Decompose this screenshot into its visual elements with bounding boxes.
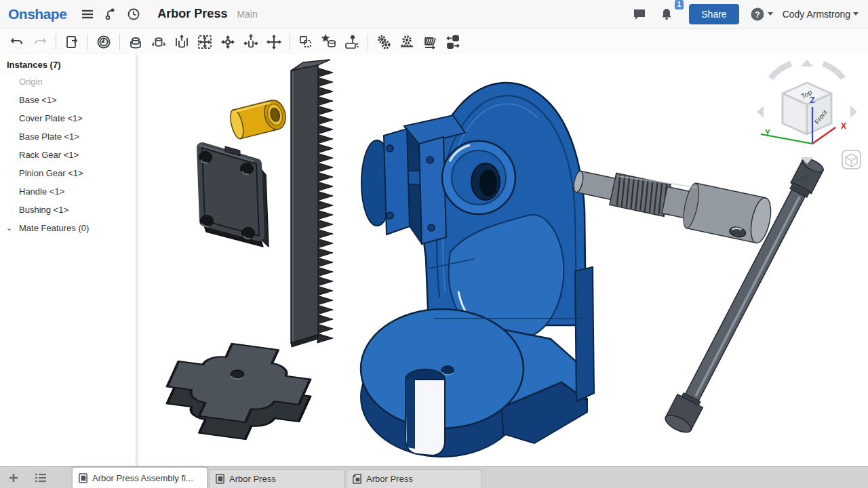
mate-icon[interactable]	[124, 32, 147, 52]
part-studio-tab-icon	[215, 474, 225, 484]
notification-badge: 1	[675, 0, 684, 9]
isometric-view-button[interactable]	[842, 150, 861, 169]
add-tab-button[interactable]	[0, 467, 27, 488]
undo-icon[interactable]	[5, 32, 28, 52]
insert-icon[interactable]	[60, 32, 83, 52]
instance-item-base-plate[interactable]: Base Plate <1>	[0, 127, 136, 146]
instance-item-handle[interactable]: Handle <1>	[0, 182, 136, 201]
assembly-tab-icon	[78, 473, 88, 483]
axis-z-label: Z	[810, 96, 814, 105]
top-header: Onshape Arbor Press Main 1 Share ? Cody …	[0, 0, 868, 28]
redo-icon[interactable]	[28, 32, 52, 52]
axis-x-label: X	[841, 121, 846, 131]
part-bushing[interactable]	[228, 98, 288, 140]
svg-text:?: ?	[755, 9, 760, 19]
linear-pattern-icon[interactable]	[294, 32, 317, 52]
drawing-tab-icon	[352, 474, 362, 484]
planar-mate-icon[interactable]	[193, 32, 216, 52]
exploded-views-icon[interactable]	[340, 32, 363, 52]
ball-mate-icon[interactable]	[216, 32, 239, 52]
tab-list-button[interactable]	[27, 467, 54, 488]
workspace-name: Main	[237, 9, 257, 20]
rack-pinion-relation-icon[interactable]	[395, 32, 418, 52]
instance-item-cover-plate[interactable]: Cover Plate <1>	[0, 109, 136, 127]
user-account-menu[interactable]: Cody Armstrong	[783, 9, 859, 20]
part-pinion-gear[interactable]	[570, 158, 774, 245]
instance-item-origin[interactable]: Origin	[0, 73, 136, 91]
mate-features-group[interactable]: ⌄ Mate Features (0)	[0, 219, 136, 237]
part-rack-gear[interactable]	[291, 60, 333, 347]
part-base[interactable]	[361, 83, 594, 457]
onshape-logo[interactable]: Onshape	[8, 6, 66, 22]
history-clock-icon[interactable]	[122, 3, 145, 26]
mate-connector-icon[interactable]	[317, 32, 340, 52]
document-title: Arbor Press	[157, 7, 227, 21]
part-cover-plate[interactable]	[199, 145, 269, 247]
help-menu[interactable]: ?	[750, 7, 773, 22]
user-name: Cody Armstrong	[783, 9, 850, 20]
instance-item-base[interactable]: Base <1>	[0, 91, 136, 109]
revolute-mate-icon[interactable]	[147, 32, 170, 52]
notifications-bell-icon[interactable]: 1	[655, 3, 678, 26]
hamburger-menu-icon[interactable]	[76, 3, 99, 26]
bottom-tab-bar: Arbor Press Assembly fi... Arbor Press A…	[0, 466, 868, 488]
instance-item-rack-gear[interactable]: Rack Gear <1>	[0, 146, 136, 164]
instances-panel: Instances (7) Origin Base <1> Cover Plat…	[0, 54, 136, 466]
screw-relation-icon[interactable]	[418, 32, 441, 52]
axis-y-label: Y	[765, 128, 770, 138]
tab-part-studio[interactable]: Arbor Press	[209, 469, 344, 488]
instance-item-pinion-gear[interactable]: Pinion Gear <1>	[0, 164, 136, 182]
part-base-plate[interactable]	[157, 338, 321, 445]
linear-relation-icon[interactable]	[441, 32, 465, 52]
comments-icon[interactable]	[628, 3, 651, 26]
instances-panel-title: Instances (7)	[0, 54, 136, 73]
tab-assembly[interactable]: Arbor Press Assembly fi...	[72, 467, 208, 488]
versions-branch-icon[interactable]	[99, 3, 122, 26]
help-caret-icon	[768, 12, 773, 16]
share-button[interactable]: Share	[689, 4, 738, 24]
user-caret-icon	[853, 12, 859, 16]
cylindrical-mate-icon[interactable]	[239, 32, 262, 52]
help-icon: ?	[750, 7, 765, 22]
assembly-toolbar	[0, 29, 868, 54]
tab-drawing[interactable]: Arbor Press	[346, 469, 481, 488]
instance-item-bushing[interactable]: Bushing <1>	[0, 201, 136, 219]
move-part-icon[interactable]	[262, 32, 285, 52]
history-icon[interactable]	[92, 32, 115, 52]
viewcube-left-label[interactable]: Left	[795, 173, 809, 182]
slider-mate-icon[interactable]	[170, 32, 193, 52]
gear-relation-icon[interactable]	[372, 32, 395, 52]
chevron-down-icon[interactable]: ⌄	[6, 224, 12, 232]
